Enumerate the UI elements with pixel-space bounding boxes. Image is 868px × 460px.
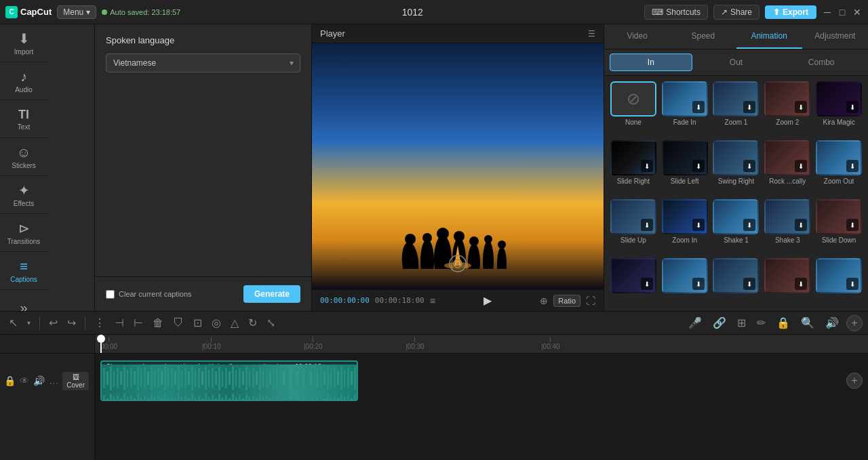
download-icon: ⬇ bbox=[743, 278, 755, 290]
lock-button[interactable]: 🔒 bbox=[773, 314, 793, 331]
toolbar-import[interactable]: ⬇ Import bbox=[0, 24, 47, 62]
effect-more-3[interactable]: ⬇ bbox=[713, 258, 760, 306]
effect-more-1[interactable]: ⬇ bbox=[610, 258, 657, 306]
list-view-button[interactable]: ≡ bbox=[430, 295, 435, 306]
generate-button[interactable]: Generate bbox=[243, 285, 300, 303]
language-select[interactable]: Vietnamese English Chinese Japanese Kore… bbox=[106, 54, 300, 72]
tab-adjustment[interactable]: Adjustment bbox=[802, 24, 868, 49]
effect-slide-right[interactable]: ⬇ Slide Right bbox=[610, 140, 657, 195]
effect-fade-in[interactable]: ⬇ Fade In bbox=[661, 81, 709, 136]
select-tool[interactable]: ↖ bbox=[5, 314, 21, 331]
toolbar-stickers[interactable]: ☺ Stickers bbox=[0, 138, 47, 176]
timeline-area: ↖ ▾ ↩ ↪ ⋮ ⊣ ⊢ 🗑 ⛉ ⊡ ◎ △ ↻ ⤡ 🎤 🔗 ⊞ ✏ 🔒 🔍 … bbox=[0, 311, 868, 460]
tab-animation[interactable]: Animation bbox=[736, 24, 802, 49]
split-button[interactable]: ⋮ bbox=[91, 314, 108, 331]
ruler-tick-3: |00:30 bbox=[406, 337, 425, 350]
svg-point-7 bbox=[454, 231, 465, 242]
track-eye-icon[interactable]: 👁 bbox=[20, 375, 29, 386]
effect-slide-left[interactable]: ⬇ Slide Left bbox=[661, 140, 709, 195]
download-icon: ⬇ bbox=[846, 101, 859, 113]
effect-more-4[interactable]: ⬇ bbox=[764, 258, 811, 306]
tab-video[interactable]: Video bbox=[604, 24, 670, 49]
effect-zoom-1[interactable]: ⬇ Zoom 1 bbox=[713, 81, 760, 136]
transform-button[interactable]: △ bbox=[227, 314, 242, 331]
effect-thumb-zoom-2: ⬇ bbox=[764, 81, 810, 117]
audio-icon: ♪ bbox=[20, 69, 27, 85]
anim-tab-out[interactable]: Out bbox=[695, 54, 778, 71]
link-audio-button[interactable]: 🔗 bbox=[709, 314, 730, 331]
effect-more-2[interactable]: ⬇ bbox=[661, 258, 709, 306]
cover-button[interactable]: 🖼 Cover bbox=[62, 372, 89, 390]
effect-swing-right[interactable]: ⬇ Swing Right bbox=[713, 140, 760, 195]
effect-zoom-2[interactable]: ⬇ Zoom 2 bbox=[764, 81, 811, 136]
protect-button[interactable]: ⛉ bbox=[170, 315, 187, 331]
effect-zoom-out[interactable]: ⬇ Zoom Out bbox=[815, 140, 863, 195]
toolbar-effects[interactable]: ✦ Effects bbox=[0, 176, 47, 214]
ratio-button[interactable]: Ratio bbox=[553, 295, 580, 307]
export-button[interactable]: ⬆ Export bbox=[765, 5, 816, 19]
timeline-content: ⊡ 🔒 👁 🔊 … 🖼 Cover 00:00 bbox=[0, 335, 868, 460]
effect-slide-down[interactable]: ⬇ Slide Down bbox=[815, 199, 863, 254]
effect-shake-1[interactable]: ⬇ Shake 1 bbox=[713, 199, 760, 254]
video-clip[interactable]: Cinemagraph camping at beach with bonfir… bbox=[100, 360, 358, 401]
track-more-icon[interactable]: … bbox=[49, 375, 58, 386]
effect-rock-cally[interactable]: ⬇ Rock ...cally bbox=[764, 140, 811, 195]
captions-icon: ≡ bbox=[20, 259, 28, 274]
download-icon: ⬇ bbox=[692, 160, 705, 172]
toolbar-transitions[interactable]: ⊳ Transitions bbox=[0, 214, 47, 252]
rotate-button[interactable]: ↻ bbox=[245, 314, 260, 331]
maximize-button[interactable]: □ bbox=[837, 7, 848, 18]
add-track-right[interactable]: + bbox=[846, 315, 863, 331]
volume-button[interactable]: 🔊 bbox=[822, 314, 842, 331]
effect-kira-magic[interactable]: ⬇ Kira Magic bbox=[815, 81, 863, 136]
clear-checkbox[interactable] bbox=[106, 290, 115, 299]
resize-button[interactable]: ⤡ bbox=[263, 314, 279, 331]
toolbar-text[interactable]: TI Text bbox=[0, 100, 47, 138]
share-button[interactable]: ↗ Share bbox=[713, 5, 760, 20]
anim-tab-combo[interactable]: Combo bbox=[780, 54, 863, 71]
play-button[interactable]: ▶ bbox=[484, 294, 492, 307]
effect-more-5[interactable]: ⬇ bbox=[815, 258, 863, 306]
toolbar-icons: ⬇ Import ♪ Audio TI Text ☺ Stickers ✦ Ef… bbox=[0, 24, 94, 311]
split-right[interactable]: ⊢ bbox=[130, 314, 146, 331]
timeline-ruler: 00:00 |00:10 |00:20 |00:30 |00:40 bbox=[95, 335, 868, 354]
delete-button[interactable]: 🗑 bbox=[149, 315, 167, 331]
tab-speed[interactable]: Speed bbox=[670, 24, 736, 49]
zoom-in-tl[interactable]: 🔍 bbox=[797, 314, 818, 331]
redo-button[interactable]: ↪ bbox=[64, 314, 79, 331]
circle-button[interactable]: ◎ bbox=[208, 314, 224, 331]
player-title: Player bbox=[320, 28, 345, 39]
screenshot-button[interactable]: ⊕ bbox=[540, 295, 548, 306]
effect-slide-up[interactable]: ⬇ Slide Up bbox=[610, 199, 657, 254]
toolbar-captions[interactable]: ≡ Captions bbox=[0, 252, 47, 290]
effect-none[interactable]: ⊘ None bbox=[610, 81, 657, 136]
track-audio-icon[interactable]: 🔊 bbox=[33, 375, 45, 386]
track-lock-icon[interactable]: 🔒 bbox=[4, 375, 16, 386]
effect-shake-3[interactable]: ⬇ Shake 3 bbox=[764, 199, 811, 254]
add-track-button[interactable]: + bbox=[846, 373, 863, 389]
shortcuts-button[interactable]: ⌨ Shortcuts bbox=[644, 5, 708, 20]
minimize-button[interactable]: ─ bbox=[822, 7, 833, 18]
effect-thumb-fade-in: ⬇ bbox=[662, 81, 708, 117]
undo-button[interactable]: ↩ bbox=[45, 314, 61, 331]
svg-point-10 bbox=[483, 241, 494, 269]
topbar-right: ⌨ Shortcuts ↗ Share ⬆ Export ─ □ ✕ bbox=[644, 5, 863, 20]
toolbar-audio[interactable]: ♪ Audio bbox=[0, 62, 47, 100]
anim-tab-in[interactable]: In bbox=[610, 54, 692, 71]
toolbar-more[interactable]: » bbox=[0, 290, 47, 311]
close-button[interactable]: ✕ bbox=[852, 7, 863, 18]
grid-button[interactable]: ⊞ bbox=[734, 314, 749, 331]
svg-point-11 bbox=[484, 235, 492, 243]
menu-button[interactable]: Menu ▾ bbox=[57, 5, 96, 19]
effect-thumb-shake-3: ⬇ bbox=[764, 199, 810, 234]
split-left[interactable]: ⊣ bbox=[111, 314, 127, 331]
select-dropdown[interactable]: ▾ bbox=[24, 317, 34, 329]
mic-button[interactable]: 🎤 bbox=[685, 314, 705, 331]
player-menu-icon[interactable]: ☰ bbox=[588, 29, 595, 39]
playhead[interactable] bbox=[100, 335, 102, 353]
clear-label: Clear current captions bbox=[119, 290, 192, 298]
effect-zoom-in[interactable]: ⬇ Zoom In bbox=[661, 199, 709, 254]
crop-button[interactable]: ⊡ bbox=[190, 314, 205, 331]
edit-button[interactable]: ✏ bbox=[753, 314, 769, 331]
fullscreen-button[interactable]: ⛶ bbox=[586, 295, 595, 306]
